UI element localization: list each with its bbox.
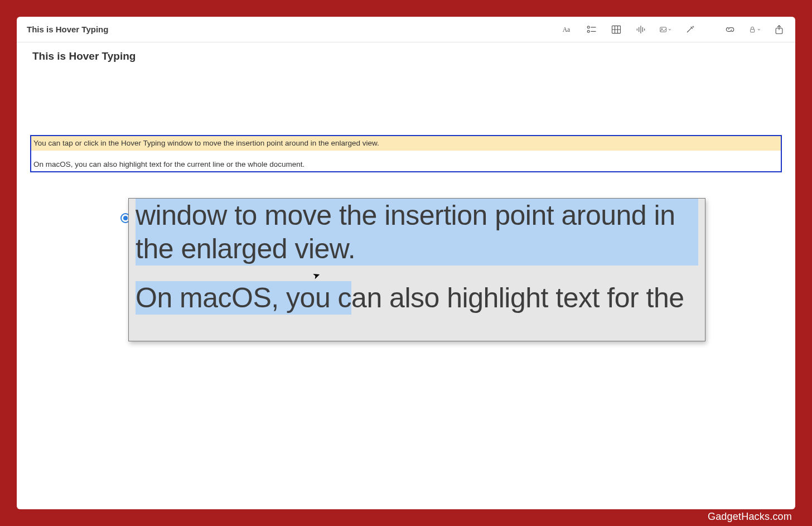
hover-typing-panel[interactable]: window to move the insertion point aroun… <box>128 198 705 341</box>
svg-point-3 <box>587 30 589 32</box>
frame-border: This is Hover Typing Aa <box>0 0 812 526</box>
paragraph-2[interactable]: On macOS, you can also highlight text fo… <box>31 158 781 172</box>
watermark: GadgetHacks.com <box>708 511 792 523</box>
hover-line-2-highlight[interactable]: On macOS, you c <box>136 281 351 315</box>
document-title: This is Hover Typing <box>32 50 795 62</box>
toolbar: This is Hover Typing Aa <box>17 17 795 42</box>
checklist-icon[interactable] <box>586 23 598 36</box>
audio-icon[interactable] <box>635 23 647 36</box>
link-icon[interactable] <box>724 23 736 36</box>
svg-text:Aa: Aa <box>563 26 571 33</box>
lock-icon[interactable] <box>748 23 761 36</box>
wand-icon[interactable] <box>684 23 696 36</box>
share-icon[interactable] <box>773 23 785 36</box>
hover-line-2-rest[interactable]: an also highlight text for the <box>351 281 684 315</box>
toolbar-icons: Aa <box>561 23 785 36</box>
hover-line-1[interactable]: window to move the insertion point aroun… <box>136 199 698 266</box>
hover-typing-content[interactable]: window to move the insertion point aroun… <box>129 199 705 315</box>
svg-rect-16 <box>751 29 755 32</box>
document-area[interactable]: This is Hover Typing You can tap or clic… <box>17 42 795 509</box>
svg-point-1 <box>587 26 589 28</box>
window-title: This is Hover Typing <box>27 25 108 34</box>
table-icon[interactable] <box>610 23 622 36</box>
paragraph-1[interactable]: You can tap or click in the Hover Typing… <box>31 136 781 151</box>
text-focus-region[interactable]: You can tap or click in the Hover Typing… <box>30 135 782 172</box>
hover-typing-wrapper: window to move the insertion point aroun… <box>128 198 705 341</box>
media-icon[interactable] <box>659 23 671 36</box>
format-icon[interactable]: Aa <box>561 23 573 36</box>
svg-point-15 <box>661 28 663 29</box>
app-window: This is Hover Typing Aa <box>17 17 795 509</box>
